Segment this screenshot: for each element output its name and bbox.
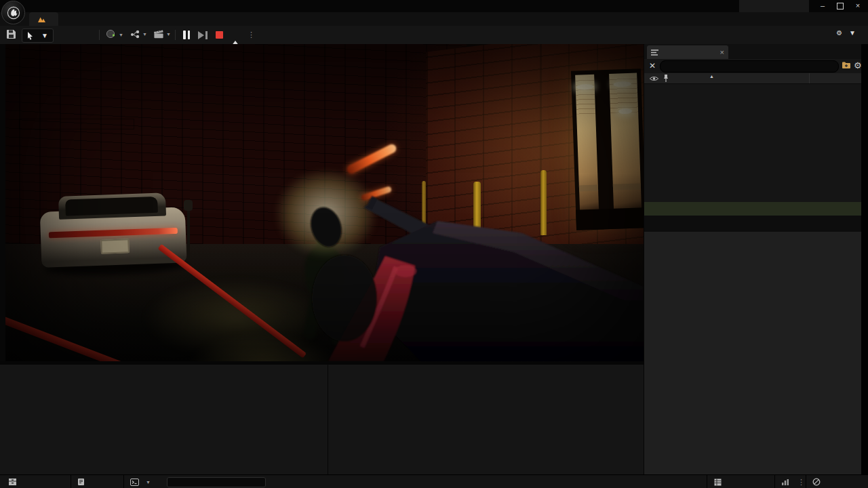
blueprints-dropdown[interactable]: ▼ bbox=[130, 30, 147, 39]
toolbar-separator bbox=[99, 30, 100, 40]
editor-status-bar: ▼ ⋮ bbox=[0, 474, 868, 488]
title-bar: –× bbox=[0, 0, 868, 12]
unreal-engine-logo-icon[interactable] bbox=[1, 1, 25, 24]
add-actor-icon bbox=[105, 29, 117, 41]
content-browser-1-panel bbox=[0, 365, 328, 474]
content-drawer-button[interactable] bbox=[8, 475, 20, 488]
chevron-down-icon: ▼ bbox=[142, 32, 147, 37]
outliner-tab-bar: × bbox=[644, 44, 861, 59]
chevron-down-icon: ▼ bbox=[41, 32, 48, 39]
outliner-status-text bbox=[644, 202, 861, 216]
content-drawer-icon bbox=[8, 478, 17, 486]
blueprints-icon bbox=[130, 30, 140, 39]
source-control-off-icon bbox=[812, 478, 821, 486]
stop-button[interactable] bbox=[216, 31, 223, 39]
play-controls: ⋮ bbox=[183, 28, 255, 41]
select-mode-dropdown[interactable]: ▼ bbox=[22, 28, 54, 43]
game-viewport[interactable] bbox=[5, 44, 644, 361]
statusbar-options-icon[interactable]: ⋮ bbox=[797, 475, 805, 488]
close-icon[interactable]: × bbox=[720, 49, 724, 56]
viewport-vignette bbox=[5, 44, 644, 361]
clapperboard-icon bbox=[153, 29, 164, 39]
outliner-column-header: ▲ bbox=[644, 73, 861, 84]
viewport-left-edge bbox=[0, 44, 5, 361]
close-button[interactable]: × bbox=[849, 0, 867, 12]
play-options-icon[interactable]: ⋮ bbox=[248, 30, 255, 39]
right-edge-strip bbox=[861, 44, 868, 474]
derived-data-button[interactable] bbox=[714, 475, 725, 488]
outliner-panel: × ✕ ⚙ ▲ bbox=[644, 44, 861, 202]
window-title bbox=[739, 0, 809, 12]
statusbar-separator bbox=[123, 475, 124, 488]
chart-icon bbox=[781, 479, 789, 486]
statusbar-separator bbox=[71, 475, 71, 488]
frame-skip-button[interactable] bbox=[198, 31, 208, 39]
output-log-button[interactable] bbox=[77, 475, 88, 488]
unreal-editor-window: –× ▼ ▼ ▼ bbox=[0, 0, 868, 488]
chevron-down-icon: ▼ bbox=[119, 33, 123, 37]
details-panel-body bbox=[644, 232, 861, 474]
outliner-list-icon bbox=[651, 49, 658, 56]
outliner-search-row: ✕ ⚙ bbox=[644, 60, 861, 72]
sort-ascending-icon: ▲ bbox=[709, 74, 714, 79]
health-bar bbox=[20, 119, 134, 129]
eject-button[interactable] bbox=[231, 29, 239, 41]
save-icon[interactable] bbox=[6, 29, 16, 39]
tab-outliner[interactable]: × bbox=[647, 45, 728, 59]
chevron-down-icon: ▼ bbox=[146, 480, 151, 485]
outliner-rows bbox=[644, 83, 861, 121]
console-command-input[interactable] bbox=[167, 479, 265, 486]
terminal-icon bbox=[130, 479, 139, 486]
clear-search-icon[interactable]: ✕ bbox=[649, 61, 656, 71]
pin-column-icon[interactable] bbox=[663, 75, 669, 82]
visibility-eye-icon[interactable] bbox=[650, 76, 658, 81]
maximize-button[interactable] bbox=[831, 0, 849, 12]
derived-data-icon bbox=[714, 479, 722, 486]
column-divider bbox=[809, 73, 810, 83]
output-log-icon bbox=[77, 478, 85, 486]
minimize-button[interactable]: – bbox=[814, 0, 831, 12]
cmd-dropdown[interactable]: ▼ bbox=[130, 475, 151, 488]
toolbar-separator bbox=[175, 30, 176, 40]
asset-tab-bar bbox=[0, 12, 868, 26]
details-tab-bar bbox=[644, 216, 861, 232]
statusbar-separator bbox=[774, 475, 775, 488]
level-warning-icon bbox=[37, 16, 46, 23]
gear-icon: ⚙ bbox=[836, 30, 842, 37]
outliner-settings-gear-icon[interactable]: ⚙ bbox=[854, 61, 862, 70]
cinematics-dropdown[interactable]: ▼ bbox=[153, 29, 171, 39]
outliner-search-input[interactable] bbox=[660, 62, 838, 71]
window-controls: –× bbox=[814, 0, 867, 12]
tab-custommap[interactable] bbox=[29, 12, 58, 26]
source-control-button[interactable] bbox=[812, 475, 824, 488]
pause-button[interactable] bbox=[183, 30, 190, 39]
content-browser-2-panel bbox=[328, 365, 644, 474]
main-toolbar: ▼ ▼ ▼ ▼ ⋮ ⚙ ▼ bbox=[0, 26, 868, 45]
chevron-down-icon: ▼ bbox=[166, 32, 171, 37]
add-actor-dropdown[interactable]: ▼ bbox=[105, 29, 123, 41]
insights-button[interactable] bbox=[781, 475, 789, 488]
create-folder-icon[interactable] bbox=[842, 61, 851, 69]
statusbar-separator bbox=[806, 475, 806, 488]
statusbar-separator bbox=[707, 475, 707, 488]
chevron-down-icon: ▼ bbox=[849, 29, 856, 37]
console-command-input-wrap bbox=[167, 477, 266, 487]
outliner-search-input-wrap bbox=[660, 60, 839, 73]
toolbar-settings-dropdown[interactable]: ⚙ ▼ bbox=[836, 29, 856, 37]
cursor-icon bbox=[27, 32, 33, 40]
